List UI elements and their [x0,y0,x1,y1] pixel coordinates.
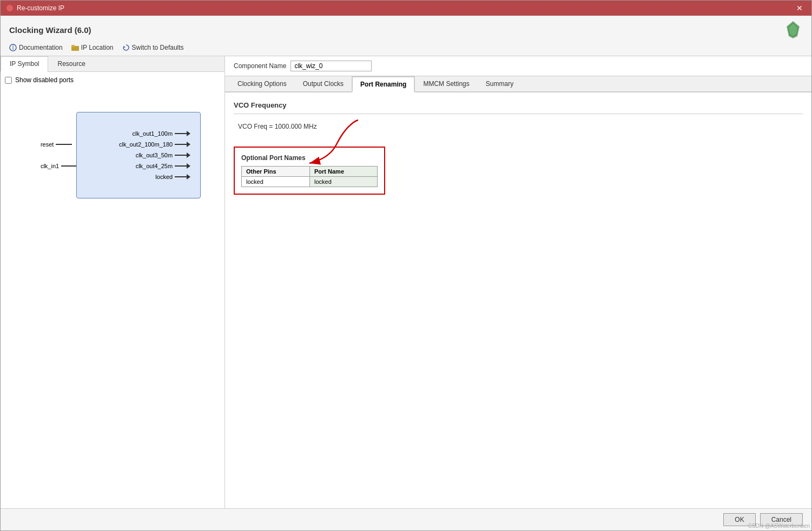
pin-clk-out3-tri [187,152,190,158]
window-title: Re-customize IP [17,4,64,12]
port-renaming-content: VCO Frequency VCO Freq = 1000.000 MHz [225,92,811,508]
port-name-cell: locked [310,177,378,187]
pin-clk-out4-tri [187,163,190,169]
svg-marker-7 [123,46,126,48]
top-section: Clocking Wizard (6.0) i Documentation IP… [1,16,811,56]
optional-ports-section: Optional Port Names Other Pins Port Name [234,147,803,195]
svg-rect-6 [71,45,75,47]
tab-port-renaming[interactable]: Port Renaming [352,76,415,92]
left-panel-content: Show disabled ports reset clk_in1 [1,72,225,508]
pin-clk-out2-wire [175,144,187,145]
documentation-button[interactable]: i Documentation [9,44,63,51]
pin-locked-label: locked [155,174,173,180]
pin-clk-in1-wire [61,165,77,167]
close-button[interactable]: ✕ [793,3,806,14]
pin-clk-out1-wire [175,133,187,134]
pin-locked-wire [175,176,187,177]
show-disabled-ports-label: Show disabled ports [15,76,74,84]
pin-reset: reset [41,141,77,148]
optional-ports-box: Optional Port Names Other Pins Port Name [234,147,385,195]
folder-icon [71,44,79,51]
header-port-name: Port Name [310,167,378,177]
window-icon [6,4,14,12]
pin-clk-out1: clk_out1_100m [83,130,190,137]
left-panel: IP Symbol Resource Show disabled ports r… [1,56,225,508]
switch-defaults-button[interactable]: Switch to Defaults [122,44,184,51]
title-bar: Re-customize IP ✕ [1,1,811,16]
switch-defaults-label: Switch to Defaults [132,44,184,51]
tab-resource[interactable]: Resource [48,56,94,71]
app-title-text: Clocking Wizard (6.0) [9,25,91,35]
header-other-pins: Other Pins [242,167,310,177]
right-tabs: Clocking Options Output Clocks Port Rena… [225,76,811,92]
right-panel: Component Name Clocking Options Output C… [225,56,811,508]
vco-section: VCO Frequency VCO Freq = 1000.000 MHz [234,101,803,130]
pin-clk-out3-wire [175,155,187,156]
show-disabled-ports-checkbox[interactable] [5,77,12,84]
tab-clocking-options[interactable]: Clocking Options [229,76,295,92]
pin-reset-label: reset [41,141,54,148]
tab-ip-symbol[interactable]: IP Symbol [1,56,48,72]
pin-reset-wire [56,144,72,145]
ip-symbol-box: clk_out1_100m clk_out2_100m_180 clk_out3 [76,112,201,198]
tab-output-clocks[interactable]: Output Clocks [295,76,352,92]
pin-clk-out2-label: clk_out2_100m_180 [119,141,173,148]
pin-clk-in1-label: clk_in1 [41,163,59,169]
output-pins: clk_out1_100m clk_out2_100m_180 clk_out3 [83,130,190,180]
pin-clk-out4-label: clk_out4_25m [136,163,173,169]
bottom-bar: OK Cancel [1,508,811,530]
toolbar: i Documentation IP Location Switch to De… [9,44,803,51]
pin-clk-out3: clk_out3_50m [83,152,190,158]
pin-clk-out2-tri [187,142,190,147]
component-name-label: Component Name [234,62,286,70]
svg-text:i: i [12,44,14,51]
vivado-logo-icon [783,20,803,39]
ports-table: Other Pins Port Name locked locked [241,166,378,187]
ip-location-label: IP Location [81,44,114,51]
table-row: locked locked [242,177,378,187]
vco-divider [234,114,803,114]
app-title-bar: Clocking Wizard (6.0) [9,20,803,39]
other-pins-cell: locked [242,177,310,187]
tab-mmcm-settings[interactable]: MMCM Settings [415,76,477,92]
pin-clk-out1-tri [187,131,190,136]
pin-clk-out1-label: clk_out1_100m [133,130,173,137]
pin-locked: locked [83,174,190,180]
pin-clk-out3-label: clk_out3_50m [136,152,173,158]
vco-section-title: VCO Frequency [234,101,803,109]
input-pins: reset clk_in1 [41,141,77,169]
pin-clk-out2: clk_out2_100m_180 [83,141,190,148]
ip-location-button[interactable]: IP Location [71,44,114,51]
component-name-input[interactable] [291,61,372,71]
pin-clk-out4-wire [175,165,187,167]
watermark: CSDN @ASWaterbenben [748,523,810,529]
ip-block-diagram: reset clk_in1 clk_out1_100m [5,90,220,220]
refresh-icon [122,44,130,51]
pin-clk-out4: clk_out4_25m [83,163,190,169]
tab-summary[interactable]: Summary [478,76,521,92]
vco-freq-value: VCO Freq = 1000.000 MHz [238,123,317,130]
optional-ports-title: Optional Port Names [241,154,378,162]
info-icon: i [9,44,17,51]
pin-locked-tri [187,174,190,180]
documentation-label: Documentation [19,44,63,51]
component-name-bar: Component Name [225,56,811,76]
left-tabs: IP Symbol Resource [1,56,225,72]
show-disabled-ports-row: Show disabled ports [5,76,220,84]
pin-clk-in1: clk_in1 [41,163,77,169]
